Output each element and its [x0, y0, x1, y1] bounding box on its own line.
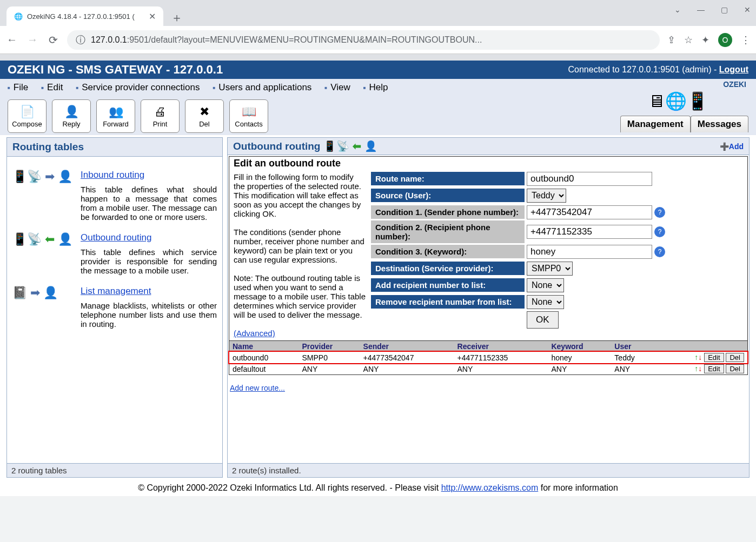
select-rem-list[interactable]: None — [527, 295, 564, 309]
th-provider: Provider — [299, 341, 360, 352]
reply-button[interactable]: 👤Reply — [52, 99, 91, 133]
input-cond1[interactable] — [527, 205, 652, 219]
browser-tab[interactable]: 🌐 OzekiNG 4.18.4 - 127.0.0.1:9501 ( ✕ — [6, 6, 163, 26]
cell-provider: ANY — [299, 363, 360, 374]
inbound-icons: 📱📡 ➡ 👤 — [12, 170, 75, 222]
select-add-list[interactable]: None — [527, 278, 564, 292]
tab-close-icon[interactable]: ✕ — [149, 11, 156, 22]
label-dest: Destination (Service provider): — [371, 262, 525, 275]
inbound-routing-link[interactable]: Inbound routing — [81, 170, 144, 180]
th-name: Name — [229, 341, 299, 352]
del-route-button[interactable]: Del — [726, 364, 744, 373]
chevron-down-icon[interactable]: ⌄ — [674, 5, 681, 14]
reload-button[interactable]: ⟳ — [47, 34, 59, 46]
star-icon[interactable]: ☆ — [684, 34, 693, 46]
menu-spc[interactable]: Service provider connections — [76, 82, 200, 93]
list-entry: 📓 ➡ 👤 List management Manage blacklists,… — [12, 286, 217, 329]
label-cond3: Condition 3. (Keyword): — [371, 245, 525, 258]
browser-chrome: ⌄ ― ▢ ✕ 🌐 OzekiNG 4.18.4 - 127.0.0.1:950… — [0, 0, 756, 61]
routes-table: Name Provider Sender Receiver Keyword Us… — [229, 340, 747, 374]
edit-route-button[interactable]: Edit — [704, 353, 724, 362]
close-icon[interactable]: ✕ — [744, 5, 751, 14]
label-cond2: Condition 2. (Recipient phone number): — [371, 220, 525, 243]
label-cond1: Condition 1. (Sender phone number): — [371, 205, 525, 219]
list-icons: 📓 ➡ 👤 — [12, 286, 75, 329]
extensions-icon[interactable]: ✦ — [701, 34, 709, 46]
routing-tables-panel: Routing tables 📱📡 ➡ 👤 Inbound routing Th… — [6, 137, 223, 478]
select-source[interactable]: Teddy — [527, 189, 566, 203]
move-down-icon[interactable]: ↓ — [698, 353, 702, 362]
forward-button[interactable]: → — [26, 34, 39, 46]
delete-button[interactable]: ✖Del — [185, 99, 224, 133]
row-actions: ↑↓ Edit Del — [655, 363, 747, 374]
input-cond2[interactable] — [527, 225, 652, 239]
right-area: OZEKI 🖥🌐📱 Management Messages — [608, 79, 748, 132]
cell-receiver: +44771152335 — [454, 352, 548, 363]
edit-route-button[interactable]: Edit — [704, 364, 724, 373]
list-management-link[interactable]: List management — [81, 286, 151, 296]
input-route-name[interactable] — [527, 172, 652, 186]
help-icon[interactable]: ? — [654, 226, 665, 237]
toolbar-icons: ⇪ ☆ ✦ O ⋮ — [667, 33, 751, 47]
input-cond3[interactable] — [527, 245, 652, 259]
maximize-icon[interactable]: ▢ — [721, 5, 728, 14]
print-icon: 🖨 — [154, 105, 166, 119]
outbound-routing-link[interactable]: Outbound routing — [81, 232, 151, 243]
add-route-link[interactable]: ➕Add — [720, 142, 744, 151]
move-down-icon[interactable]: ↓ — [698, 364, 702, 373]
tab-messages[interactable]: Messages — [691, 116, 748, 132]
window-controls: ⌄ ― ▢ ✕ — [674, 5, 751, 14]
outbound-panel-title: Outbound routing 📱📡 ⬅ 👤 — [233, 140, 377, 152]
back-button[interactable]: ← — [5, 34, 18, 46]
reply-icon: 👤 — [64, 105, 79, 119]
footer-link[interactable]: http://www.ozekisms.com — [441, 483, 539, 492]
menu-icon[interactable]: ⋮ — [741, 34, 751, 46]
main-wrap: Routing tables 📱📡 ➡ 👤 Inbound routing Th… — [0, 135, 756, 480]
compose-button[interactable]: 📄Compose — [8, 99, 47, 133]
outbound-icons: 📱📡 ⬅ 👤 — [12, 232, 75, 275]
inbound-entry: 📱📡 ➡ 👤 Inbound routing This table define… — [12, 170, 217, 222]
table-header-row: Name Provider Sender Receiver Keyword Us… — [229, 341, 747, 352]
left-footer: 2 routing tables — [7, 463, 222, 477]
help-icon[interactable]: ? — [654, 207, 665, 218]
connection-status: Connected to 127.0.0.1:9501 (admin) - Lo… — [568, 65, 749, 75]
info-icon[interactable]: ⓘ — [76, 34, 85, 46]
contacts-button[interactable]: 📖Contacts — [229, 99, 268, 133]
print-button[interactable]: 🖨Print — [141, 99, 180, 133]
cell-user: Teddy — [611, 352, 655, 363]
label-add-list: Add recipient number to list: — [371, 278, 525, 292]
profile-avatar[interactable]: O — [718, 33, 732, 47]
url-bar[interactable]: ⓘ 127.0.0.1:9501/default?layout=MENUVIEW… — [67, 30, 660, 50]
menu-view[interactable]: View — [324, 82, 350, 93]
tab-management[interactable]: Management — [620, 116, 691, 132]
menu-file[interactable]: File — [8, 82, 28, 93]
form-description: Fill in the following form to modify the… — [229, 170, 371, 340]
select-dest[interactable]: SMPP0 — [527, 262, 573, 276]
menu-users[interactable]: Users and applications — [213, 82, 312, 93]
menu-edit[interactable]: Edit — [41, 82, 63, 93]
new-tab-button[interactable]: ＋ — [163, 10, 190, 26]
cell-receiver: ANY — [454, 363, 548, 374]
row-actions: ↑↓ Edit Del — [655, 352, 747, 363]
cell-keyword: honey — [548, 352, 611, 363]
user-icon: 👤 — [364, 140, 377, 152]
add-new-route-link[interactable]: Add new route... — [230, 384, 285, 392]
logout-link[interactable]: Logout — [719, 65, 748, 74]
forward-button[interactable]: 👥Forward — [96, 99, 135, 133]
outbound-routing-panel: Outbound routing 📱📡 ⬅ 👤 ➕Add Edit an out… — [227, 137, 750, 478]
url-text: 127.0.0.1:9501/default?layout=MENUVIEW&M… — [91, 35, 482, 45]
ok-button[interactable]: OK — [527, 311, 559, 329]
del-route-button[interactable]: Del — [726, 353, 744, 362]
browser-toolbar: ← → ⟳ ⓘ 127.0.0.1:9501/default?layout=ME… — [0, 26, 756, 54]
advanced-link[interactable]: (Advanced) — [234, 329, 275, 338]
tab-title: OzekiNG 4.18.4 - 127.0.0.1:9501 ( — [27, 12, 135, 21]
plus-icon: ➕ — [720, 142, 729, 151]
help-icon[interactable]: ? — [654, 246, 665, 257]
share-icon[interactable]: ⇪ — [667, 34, 675, 46]
minimize-icon[interactable]: ― — [697, 5, 705, 14]
form-heading: Edit an outbound route — [229, 157, 747, 170]
cell-sender: ANY — [360, 363, 454, 374]
browser-tabs: 🌐 OzekiNG 4.18.4 - 127.0.0.1:9501 ( ✕ ＋ — [0, 0, 756, 26]
menu-help[interactable]: Help — [363, 82, 388, 93]
arrow-left-icon: ⬅ — [353, 140, 361, 152]
